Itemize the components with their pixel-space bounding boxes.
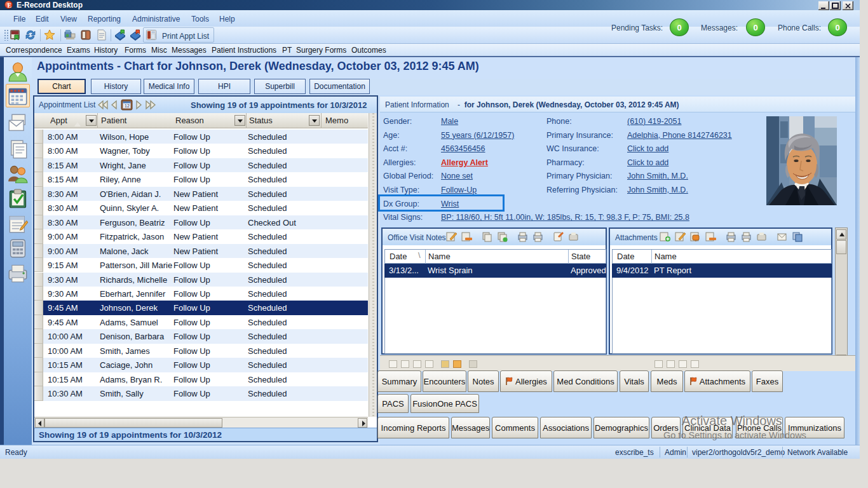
svg-text:12: 12	[125, 104, 130, 108]
